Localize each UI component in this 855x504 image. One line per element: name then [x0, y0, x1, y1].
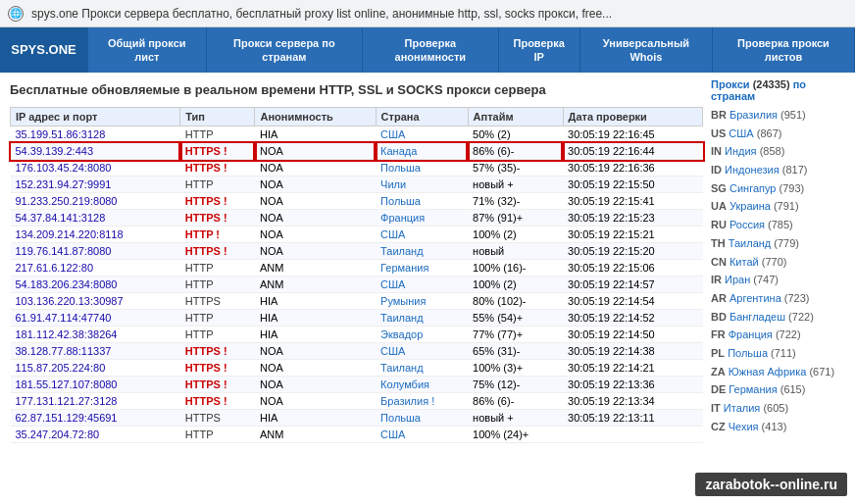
country-link[interactable]: Сингапур	[729, 182, 777, 194]
proxy-type: HTTPS !	[180, 143, 255, 160]
country-item: ID Индонезия (817)	[711, 161, 845, 179]
table-row: 91.233.250.219:8080HTTPS !NOAПольша71% (…	[11, 193, 703, 210]
proxy-anon: NOA	[255, 393, 376, 410]
proxy-ip-link[interactable]: 134.209.214.220:8118	[16, 228, 124, 240]
proxy-country-link[interactable]: Германия	[380, 262, 428, 274]
proxy-country-link[interactable]: Канада	[380, 145, 417, 157]
proxy-country-link[interactable]: Польша	[380, 412, 421, 424]
proxy-ip-link[interactable]: 54.183.206.234:8080	[16, 278, 118, 290]
proxy-country-link[interactable]: США	[380, 228, 405, 240]
proxy-uptime: 100% (3)+	[468, 360, 563, 377]
proxy-ip-link[interactable]: 181.112.42.38:38264	[16, 328, 118, 340]
proxy-country-link[interactable]: Таиланд	[380, 245, 424, 257]
proxy-date: 30:05:19 22:16:45	[563, 126, 702, 143]
country-link[interactable]: Россия	[729, 219, 765, 230]
proxy-ip-link[interactable]: 176.103.45.24:8080	[16, 162, 112, 174]
country-list: BR Бразилия (951)US США (867)IN Индия (8…	[711, 106, 845, 435]
table-row: 61.91.47.114:47740HTTPHIAТаиланд55% (54)…	[11, 310, 703, 327]
proxy-ip-link[interactable]: 35.247.204.72:80	[16, 428, 100, 440]
proxy-ip-link[interactable]: 217.61.6.122:80	[16, 262, 94, 274]
country-link[interactable]: Китай	[729, 256, 759, 268]
country-panel: Прокси (24335) по странам BR Бразилия (9…	[703, 78, 845, 443]
country-item: PL Польша (711)	[711, 344, 845, 363]
country-link[interactable]: Бразилия	[729, 109, 778, 121]
proxy-anon: ANM	[255, 427, 376, 443]
country-link[interactable]: США	[729, 127, 753, 139]
proxy-uptime: 71% (32)-	[468, 193, 563, 210]
country-link[interactable]: Таиланд	[729, 237, 772, 249]
proxy-country-link[interactable]: Таиланд	[380, 362, 424, 374]
nav-bar: SPYS.ONEОбщий прокси листПрокси сервера …	[0, 27, 855, 73]
content-area: Бесплатные обновляемые в реальном времен…	[0, 73, 855, 504]
proxy-ip-link[interactable]: 152.231.94.27:9991	[16, 178, 112, 190]
proxy-type: HTTPS !	[180, 377, 255, 393]
nav-item-6[interactable]: Проверка прокси листов	[713, 27, 855, 73]
nav-item-2[interactable]: Прокси сервера по странам	[207, 27, 364, 73]
proxy-country-link[interactable]: Польша	[380, 195, 421, 207]
proxy-table: IP адрес и порт Тип Анонимность Страна А…	[10, 107, 703, 443]
country-link[interactable]: Италия	[724, 402, 760, 414]
table-row: 54.37.84.141:3128HTTPS !NOAФранция87% (9…	[11, 210, 703, 227]
proxy-ip-link[interactable]: 35.199.51.86:3128	[16, 128, 106, 140]
proxy-anon: ANM	[255, 277, 376, 293]
country-link[interactable]: Бангладеш	[729, 311, 785, 323]
proxy-country-link[interactable]: США	[380, 428, 405, 440]
proxy-ip-link[interactable]: 62.87.151.129:45691	[16, 412, 118, 424]
country-link[interactable]: Аргентина	[729, 292, 781, 304]
proxy-anon: NOA	[255, 243, 376, 260]
proxy-type: HTTP !	[180, 227, 255, 243]
country-link[interactable]: Индия	[725, 145, 757, 157]
proxy-country-link[interactable]: США	[380, 278, 405, 290]
proxy-date	[563, 427, 702, 443]
country-link[interactable]: Украина	[729, 200, 771, 212]
proxy-ip-link[interactable]: 119.76.141.87:8080	[16, 245, 112, 257]
proxy-ip-link[interactable]: 61.91.47.114:47740	[16, 312, 112, 324]
proxy-ip-link[interactable]: 181.55.127.107:8080	[16, 378, 118, 390]
country-link[interactable]: Индонезия	[725, 164, 780, 176]
country-link[interactable]: Франция	[729, 328, 773, 340]
proxy-ip-link[interactable]: 38.128.77.88:11337	[16, 345, 112, 357]
proxy-date: 30:05:19 22:14:50	[563, 327, 702, 343]
proxy-country-link[interactable]: Таиланд	[380, 312, 424, 324]
proxy-anon: NOA	[255, 343, 376, 360]
nav-item-4[interactable]: Проверка IP	[499, 27, 580, 73]
proxy-date: 30:05:19 22:15:23	[563, 210, 702, 227]
proxy-ip-link[interactable]: 54.37.84.141:3128	[16, 212, 106, 224]
browser-url[interactable]: spys.one Прокси сервера бесплатно, беспл…	[31, 7, 847, 21]
country-link[interactable]: Южная Африка	[729, 366, 807, 378]
proxy-country-link[interactable]: Румыния	[380, 295, 426, 307]
country-item: ZA Южная Африка (671)	[711, 363, 845, 381]
proxy-ip-link[interactable]: 115.87.205.224:80	[16, 362, 106, 374]
proxy-uptime: 100% (2)	[468, 227, 563, 243]
proxy-type: HTTP	[180, 126, 255, 143]
country-item: SG Сингапур (793)	[711, 179, 845, 198]
country-link[interactable]: Польша	[728, 347, 768, 359]
proxy-country-link[interactable]: Колумбия	[380, 378, 429, 390]
proxy-date: 30:05:19 22:15:20	[563, 243, 702, 260]
proxy-ip-link[interactable]: 91.233.250.219:8080	[16, 195, 118, 207]
nav-item-0[interactable]: SPYS.ONE	[0, 27, 88, 73]
country-link[interactable]: Чехия	[729, 421, 759, 432]
table-row: 62.87.151.129:45691HTTPSHIAПольшановый +…	[11, 410, 703, 427]
proxy-country-link[interactable]: Бразилия !	[380, 395, 434, 407]
proxy-country-link[interactable]: Франция	[380, 212, 425, 224]
proxy-country-link[interactable]: Чили	[380, 178, 406, 190]
nav-item-3[interactable]: Проверка анонимности	[363, 27, 498, 73]
country-item: BR Бразилия (951)	[711, 106, 845, 125]
proxy-anon: NOA	[255, 360, 376, 377]
nav-item-1[interactable]: Общий прокси лист	[88, 27, 207, 73]
proxy-date: 30:05:19 22:13:11	[563, 410, 702, 427]
proxy-type: HTTP	[180, 310, 255, 327]
nav-item-5[interactable]: Универсальный Whois	[580, 27, 713, 73]
proxy-country-link[interactable]: Польша	[380, 162, 421, 174]
country-link[interactable]: Германия	[729, 383, 777, 395]
proxy-ip-link[interactable]: 54.39.139.2:443	[16, 145, 94, 157]
table-row: 177.131.121.27:3128HTTPS !NOAБразилия !8…	[11, 393, 703, 410]
country-link[interactable]: Иран	[725, 274, 750, 285]
proxy-country-link[interactable]: США	[380, 345, 405, 357]
proxy-country-link[interactable]: Эквадор	[380, 328, 423, 340]
proxy-ip-link[interactable]: 103.136.220.13:30987	[16, 295, 124, 307]
proxy-ip-link[interactable]: 177.131.121.27:3128	[16, 395, 118, 407]
proxy-country-link[interactable]: США	[380, 128, 405, 140]
proxy-type: HTTPS !	[180, 393, 255, 410]
